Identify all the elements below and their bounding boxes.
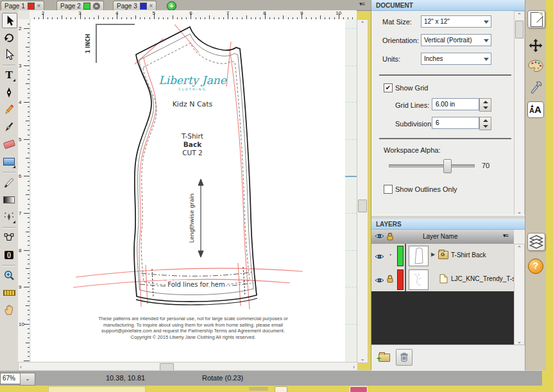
- tab-page-1[interactable]: Page 1 ×: [1, 1, 44, 10]
- layer-thumbnail: [409, 269, 429, 290]
- orientation-select[interactable]: Vertical (Portrait): [421, 34, 491, 46]
- grid-line: [345, 213, 357, 214]
- one-inch-label: 1 INCH: [85, 34, 91, 54]
- grainline-arrow: [198, 179, 203, 257]
- tab-list-menu-icon[interactable]: ▾≡: [359, 1, 364, 7]
- ruler-number: 3: [78, 10, 81, 16]
- layer-color-bar[interactable]: [397, 269, 404, 290]
- grid-line: [345, 102, 357, 103]
- vertical-scrollbar[interactable]: ⌃ ⌄: [357, 19, 368, 363]
- document-scroll-thumb[interactable]: [515, 21, 523, 38]
- document-panel-scrollbar[interactable]: ⌃ ⌄: [514, 11, 525, 216]
- tab-page-3[interactable]: Page 3 ×: [113, 1, 157, 10]
- hand-tool[interactable]: [2, 303, 16, 317]
- tab-label: Page 3: [117, 3, 137, 10]
- ruler-number: 7: [19, 210, 21, 216]
- layer-visibility-toggle[interactable]: [375, 251, 384, 263]
- pattern-object[interactable]: Liberty Jane CLOTHING Kidz N Cats T-Shir…: [73, 24, 303, 309]
- layer-lock-toggle[interactable]: ·: [389, 249, 392, 260]
- palette-panel-icon[interactable]: [527, 58, 544, 74]
- ruler-corner: [18, 10, 30, 20]
- scroll-down-arrow[interactable]: ⌄: [357, 355, 368, 362]
- scroll-down-arrow[interactable]: ⌄: [515, 209, 524, 215]
- cut-count: CUT 2: [182, 149, 202, 157]
- workspace-alpha-label: Workspace Alpha:: [384, 146, 440, 154]
- layer-expand-toggle[interactable]: ▶: [431, 251, 435, 257]
- ruler-number: 2: [19, 26, 21, 31]
- ruler-tick: [24, 213, 30, 214]
- pen-tool[interactable]: [2, 85, 16, 99]
- vertical-scroll-thumb[interactable]: [358, 200, 367, 212]
- tools-panel-icon[interactable]: [527, 80, 544, 96]
- grid-lines-input[interactable]: 6.00 in: [432, 98, 479, 110]
- tab-page-2[interactable]: Page 2 ×: [56, 1, 104, 10]
- grid-lines-stepper[interactable]: [479, 98, 491, 112]
- layers-panel-scrollbar[interactable]: ⌃ ⌄: [514, 244, 525, 346]
- layer-color-bar[interactable]: [397, 246, 404, 266]
- ruler-tick: [24, 102, 30, 103]
- delete-layer-button[interactable]: [396, 349, 413, 366]
- inner-outline: [137, 34, 254, 295]
- scroll-up-arrow[interactable]: ⌃: [515, 245, 524, 251]
- ruler-number: 6: [19, 173, 21, 179]
- ruler-number: 4: [115, 10, 118, 16]
- zoom-tool[interactable]: [2, 268, 16, 282]
- layer-name[interactable]: LJC_KNC_Trendy_T-shir: [451, 275, 522, 282]
- workspace-alpha-slider[interactable]: [389, 164, 475, 167]
- layer-visibility-toggle[interactable]: [375, 275, 384, 287]
- scroll-down-arrow[interactable]: ⌄: [515, 338, 524, 345]
- show-outlines-checkbox[interactable]: [384, 185, 393, 194]
- pencil-tool[interactable]: [2, 103, 16, 117]
- tab-close-icon[interactable]: ×: [149, 3, 153, 9]
- status-bar: 67% ⌄ 10.38, 10.81 Rotate (0.23): [0, 370, 542, 386]
- shapes-tool[interactable]: [2, 155, 16, 169]
- spray-tool[interactable]: [2, 210, 16, 224]
- scroll-left-arrow[interactable]: ‹: [20, 364, 22, 370]
- tab-color-swatch: [28, 3, 35, 10]
- node-select-tool[interactable]: [2, 47, 16, 62]
- subdivision-input[interactable]: 6: [432, 117, 479, 129]
- ruler-number: 8: [263, 10, 266, 16]
- layer-lock-toggle[interactable]: [386, 274, 395, 286]
- font-panel-icon[interactable]: ▲AA: [527, 101, 544, 118]
- rotate-tool[interactable]: [2, 30, 16, 44]
- add-layer-button[interactable]: +: [377, 350, 392, 365]
- subdivision-stepper[interactable]: [479, 117, 491, 130]
- lock-column-icon: [386, 232, 395, 243]
- eraser-tool[interactable]: [2, 137, 16, 151]
- show-grid-checkbox[interactable]: ✔: [384, 83, 393, 92]
- layer-row-ljc-knc[interactable]: LJC_KNC_Trendy_T-shir: [371, 268, 514, 292]
- ruler-tick: [24, 65, 30, 66]
- vertical-ruler: 2345678910: [18, 19, 30, 362]
- lattice-tool[interactable]: (): [2, 248, 16, 262]
- workspace-alpha-thumb[interactable]: [443, 159, 452, 173]
- knife-tool[interactable]: [2, 175, 16, 189]
- layer-name[interactable]: T-Shirt Back: [451, 251, 486, 259]
- select-tool[interactable]: [2, 13, 17, 28]
- text-tool[interactable]: T: [2, 68, 16, 82]
- path-edit-tool[interactable]: [2, 230, 16, 244]
- mat-size-select[interactable]: 12" x 12": [421, 15, 491, 28]
- canvas-workspace[interactable]: 1 INCH: [30, 19, 357, 362]
- tab-close-icon[interactable]: ×: [93, 3, 100, 10]
- document-panel-icon[interactable]: [527, 10, 545, 28]
- zoom-level-value[interactable]: 67%: [0, 373, 22, 384]
- brush-tool[interactable]: [2, 120, 16, 134]
- measure-tool[interactable]: [2, 285, 16, 300]
- layers-menu-icon[interactable]: ▾≡: [503, 232, 508, 239]
- scroll-right-arrow[interactable]: ›: [353, 364, 355, 370]
- scroll-up-arrow[interactable]: ⌃: [357, 21, 368, 27]
- scroll-up-arrow[interactable]: ⌃: [515, 12, 524, 19]
- move-panel-icon[interactable]: [527, 37, 544, 54]
- help-icon[interactable]: ?: [527, 258, 544, 275]
- units-select[interactable]: Inches: [421, 53, 491, 65]
- gradient-tool[interactable]: [2, 192, 16, 207]
- layers-panel-icon[interactable]: [527, 233, 545, 251]
- ruler-number: 9: [19, 284, 21, 290]
- layer-row-tshirt-back[interactable]: · ▶ G T-Shirt Back: [371, 244, 514, 268]
- ruler-number: 10: [336, 10, 341, 16]
- zoom-level-dropdown[interactable]: ⌄: [20, 373, 35, 386]
- show-grid-label: Show Grid: [395, 84, 428, 92]
- add-page-button[interactable]: +: [167, 1, 176, 11]
- tab-close-icon[interactable]: ×: [37, 3, 40, 9]
